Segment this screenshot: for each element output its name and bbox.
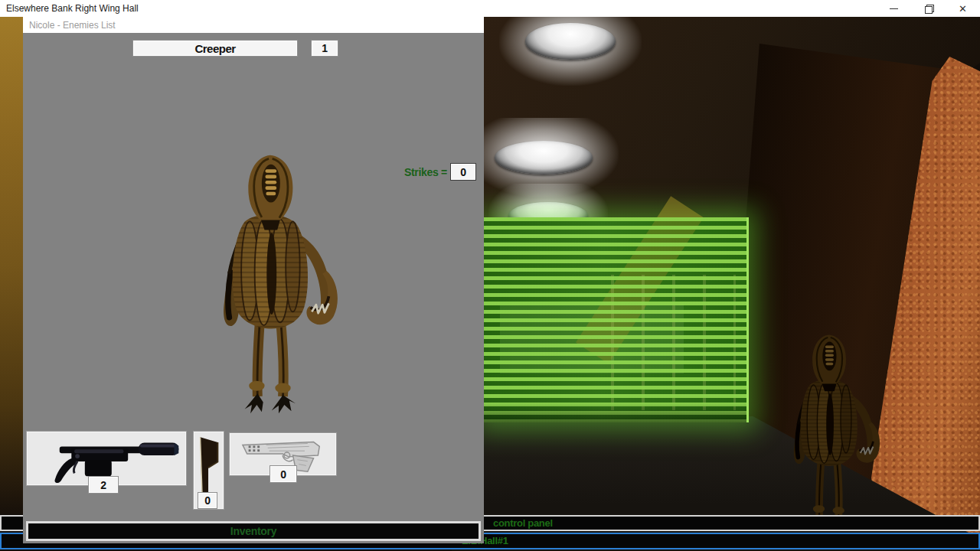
window-titlebar[interactable]: Elsewhere Bank Right Wing Hall ✕ xyxy=(0,0,980,17)
left-wall xyxy=(0,17,23,514)
laser-grid-stripes xyxy=(484,217,746,422)
enemy-count-box: 1 xyxy=(311,40,338,57)
minimize-icon xyxy=(890,8,898,9)
enemy-name-box[interactable]: Creeper xyxy=(132,40,298,57)
pistol-ammo-count: 0 xyxy=(270,465,297,483)
panel-title: Nicole - Enemies List xyxy=(23,20,116,31)
creeper-enemy-portrait xyxy=(188,139,351,419)
inventory-button[interactable]: Inventory xyxy=(26,521,481,541)
close-icon: ✕ xyxy=(959,4,967,14)
game-window: control panel E.B.Hall#1 Nicole - Enemie… xyxy=(0,0,980,551)
enemies-list-panel: Nicole - Enemies List Creeper 1 Strikes … xyxy=(23,17,484,543)
control-panel-bar-label: control panel xyxy=(493,517,553,530)
window-controls: ✕ xyxy=(877,0,980,17)
panel-titlebar[interactable]: Nicole - Enemies List xyxy=(23,17,484,33)
minimize-button[interactable] xyxy=(877,0,911,17)
creeper-enemy-in-hall xyxy=(767,323,890,534)
laser-grid-barrier xyxy=(484,217,749,422)
ceiling-light xyxy=(499,17,642,86)
window-title: Elsewhere Bank Right Wing Hall xyxy=(0,3,877,14)
shotgun-ammo-count: 2 xyxy=(88,476,119,494)
close-button[interactable]: ✕ xyxy=(946,0,980,17)
restore-icon xyxy=(925,5,933,12)
restore-button[interactable] xyxy=(911,0,946,17)
laser-grid-fade xyxy=(484,403,746,422)
strikes-label: Strikes = xyxy=(400,166,447,178)
strikes-value-box: 0 xyxy=(450,163,476,181)
knife-count: 0 xyxy=(198,492,217,509)
